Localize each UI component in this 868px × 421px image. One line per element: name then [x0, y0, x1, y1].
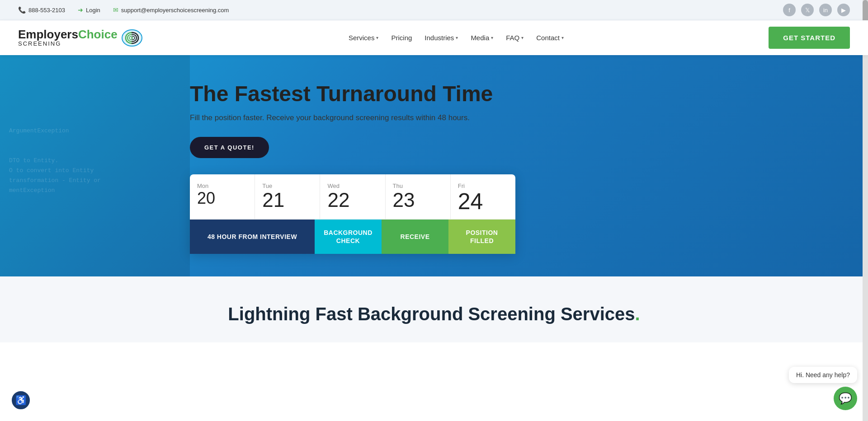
lower-section: Lightning Fast Background Screening Serv… — [0, 276, 868, 342]
contact-chevron-icon: ▾ — [561, 35, 564, 40]
cal-day-mon-num: 20 — [197, 189, 215, 207]
cal-day-tue-name: Tue — [262, 182, 312, 189]
social-icons: f 𝕏 in ▶ — [783, 4, 850, 16]
industries-chevron-icon: ▾ — [456, 35, 458, 40]
nav-pricing[interactable]: Pricing — [391, 34, 412, 42]
login-link[interactable]: Login — [86, 7, 100, 14]
cal-day-mon-name: Mon — [197, 182, 247, 189]
facebook-icon[interactable]: f — [783, 4, 796, 16]
arrow-icon: ➜ — [78, 6, 83, 14]
cal-label-filled: POSITIONFILLED — [448, 220, 515, 254]
nav-industries[interactable]: Industries ▾ — [425, 34, 458, 42]
cal-day-thu-name: Thu — [393, 182, 443, 189]
svg-point-2 — [131, 37, 133, 39]
linkedin-icon[interactable]: in — [819, 4, 832, 16]
logo-text-group: EmployersChoice SCREENING — [18, 28, 118, 47]
youtube-icon[interactable]: ▶ — [837, 4, 850, 16]
cal-day-thu-num: 23 — [393, 189, 415, 211]
email-item: ✉ support@employerschoicescreening.com — [113, 6, 229, 14]
cal-day-fri-name: Fri — [458, 182, 508, 189]
logo-screening: SCREENING — [18, 40, 118, 47]
get-started-button[interactable]: GET STARTED — [769, 27, 850, 49]
logo[interactable]: EmployersChoice SCREENING — [18, 28, 144, 47]
lower-title-dot: . — [635, 304, 640, 324]
logo-fingerprint-icon — [120, 29, 144, 47]
calendar-days-row: Mon 20 Tue 21 Wed 22 Thu 23 Fri 24 — [190, 174, 515, 220]
phone-icon: 📞 — [18, 6, 26, 14]
cal-day-fri-num: 24 — [458, 189, 483, 214]
nav-faq[interactable]: FAQ ▾ — [506, 34, 524, 42]
hero-content: The Fastest Turnaround Time Fill the pos… — [0, 82, 868, 254]
media-chevron-icon: ▾ — [491, 35, 493, 40]
nav-links: Services ▾ Pricing Industries ▾ Media ▾ … — [349, 34, 564, 42]
hero-section: ArgumentException DTO to Entity. O to co… — [0, 55, 868, 276]
twitter-icon[interactable]: 𝕏 — [801, 4, 814, 16]
faq-chevron-icon: ▾ — [521, 35, 524, 40]
navbar: EmployersChoice SCREENING Services ▾ — [0, 20, 868, 55]
top-bar: 📞 888-553-2103 ➜ Login ✉ support@employe… — [0, 0, 868, 20]
cal-day-wed-name: Wed — [327, 182, 377, 189]
calendar-widget: Mon 20 Tue 21 Wed 22 Thu 23 Fri 24 — [190, 174, 515, 254]
nav-media[interactable]: Media ▾ — [471, 34, 493, 42]
cal-day-thu: Thu 23 — [386, 174, 451, 219]
nav-services[interactable]: Services ▾ — [349, 34, 379, 42]
hero-title: The Fastest Turnaround Time — [190, 82, 493, 106]
cal-day-wed-num: 22 — [327, 189, 349, 211]
cal-label-bgcheck: BACKGROUNDCHECK — [315, 220, 382, 254]
calendar-labels-row: 48 HOUR FROM INTERVIEW BACKGROUNDCHECK R… — [190, 220, 515, 254]
phone-number: 888-553-2103 — [28, 7, 65, 14]
email-address: support@employerschoicescreening.com — [121, 7, 229, 14]
cal-day-tue-num: 21 — [262, 189, 284, 211]
cal-day-tue: Tue 21 — [255, 174, 320, 219]
login-item[interactable]: ➜ Login — [78, 6, 100, 14]
logo-choice: Choice — [78, 28, 118, 41]
cal-label-interview: 48 HOUR FROM INTERVIEW — [190, 220, 315, 254]
nav-contact[interactable]: Contact ▾ — [536, 34, 564, 42]
cal-day-mon: Mon 20 — [190, 174, 255, 219]
cal-day-fri: Fri 24 — [451, 174, 515, 219]
top-bar-left: 📞 888-553-2103 ➜ Login ✉ support@employe… — [18, 6, 229, 14]
hero-subtitle: Fill the position faster. Receive your b… — [190, 113, 470, 122]
phone-item: 📞 888-553-2103 — [18, 6, 65, 14]
cal-label-receive: RECEIVE — [382, 220, 448, 254]
cal-day-wed: Wed 22 — [320, 174, 385, 219]
email-icon: ✉ — [113, 6, 118, 14]
get-quote-button[interactable]: GET A QUOTE! — [190, 137, 269, 158]
logo-employers: Employers — [18, 28, 78, 41]
lower-title: Lightning Fast Background Screening Serv… — [18, 304, 850, 324]
services-chevron-icon: ▾ — [376, 35, 378, 40]
lower-title-text: Lightning Fast Background Screening Serv… — [228, 304, 635, 324]
